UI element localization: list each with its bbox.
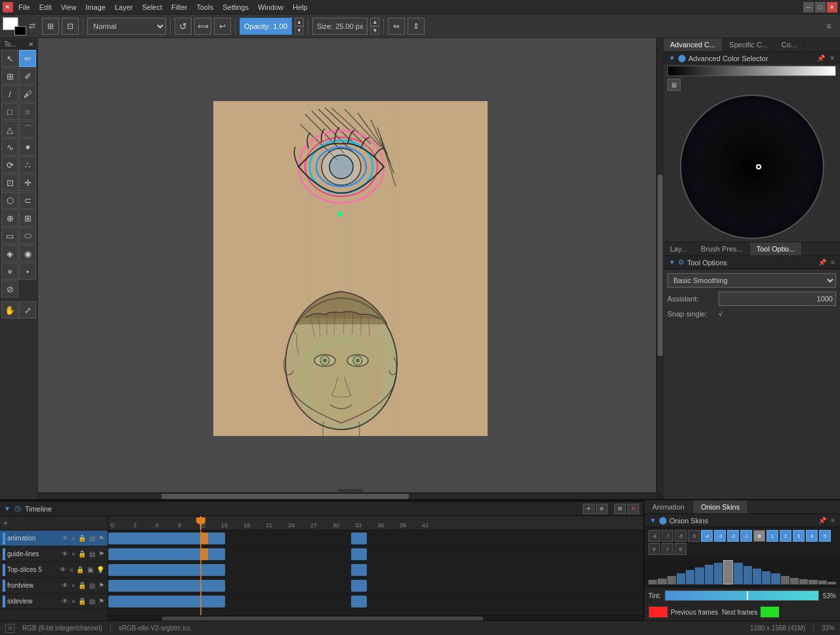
onion-frame-btn--8[interactable]: -8: [648, 530, 660, 542]
assistant-input[interactable]: [719, 292, 836, 306]
color-tab-3[interactable]: Co...: [775, 38, 804, 51]
onion-frame-btn--4[interactable]: -4: [701, 530, 713, 542]
brush-presets-tab[interactable]: Brush Pres...: [694, 242, 750, 255]
grid-tool-btn[interactable]: ⊞: [19, 209, 36, 227]
reset-btn[interactable]: ↺: [175, 18, 192, 35]
layer-alpha-icon-4[interactable]: α: [71, 582, 75, 589]
onion-frame-btn-7[interactable]: 7: [662, 543, 673, 555]
window-maximize-btn[interactable]: □: [815, 2, 826, 12]
track-frontview[interactable]: [108, 578, 643, 594]
rectangle-tool-btn[interactable]: □: [1, 103, 18, 120]
onion-frame-btn-5[interactable]: 5: [819, 530, 831, 542]
flip-h-btn[interactable]: ⇔: [388, 18, 405, 35]
timeline-collapse-icon[interactable]: ▼: [4, 505, 10, 512]
layer-row-frontview[interactable]: frontview 👁 α 🔒 ▤ ⚑: [0, 578, 108, 594]
layer-alpha-icon-3[interactable]: α: [69, 566, 74, 573]
color-grid-btn[interactable]: ⊞: [667, 79, 681, 91]
layer-eye-icon-4[interactable]: 👁: [61, 581, 69, 590]
onion-frame-btn-1[interactable]: 1: [766, 530, 778, 542]
onion-frame-btn--6[interactable]: -6: [675, 530, 686, 542]
wand-tool-btn[interactable]: ⋄: [1, 263, 18, 280]
similar-select-tool-btn[interactable]: ◉: [19, 245, 36, 262]
timeline-float-btn[interactable]: ⧉: [614, 504, 626, 514]
toolbar-mode-icon1[interactable]: ⊞: [42, 18, 59, 35]
onion-frame-btn-2[interactable]: 2: [780, 530, 791, 542]
wrap-tool-btn[interactable]: ⟳: [1, 156, 18, 173]
menu-select[interactable]: Select: [138, 2, 166, 12]
add-layer-icon[interactable]: +: [3, 518, 9, 529]
canvas-document[interactable]: [213, 101, 488, 436]
undo-btn[interactable]: ↩: [214, 18, 231, 35]
timeline-close-btn[interactable]: ✕: [627, 504, 639, 514]
onion-frame-btn-6[interactable]: 6: [648, 543, 660, 555]
layer-lock-icon-4[interactable]: 🔒: [77, 581, 87, 590]
menu-settings[interactable]: Settings: [219, 2, 253, 12]
specific-color-tab[interactable]: Specific C...: [723, 38, 775, 51]
freeselect-tool-btn[interactable]: ⌒: [19, 121, 36, 138]
onion-frame-btn-0[interactable]: 0: [753, 530, 765, 542]
move-tool-btn[interactable]: ✛: [19, 174, 36, 191]
foreground-color-swatch[interactable]: [3, 17, 26, 35]
advanced-color-tab[interactable]: Advanced C...: [663, 38, 723, 51]
canvas-scrollbar-v[interactable]: [656, 38, 663, 493]
transform-tool-btn[interactable]: ⊞: [1, 68, 18, 85]
pencil-tool-btn[interactable]: ✐: [19, 68, 36, 85]
colorpick-tool-btn[interactable]: 🖋: [19, 85, 36, 102]
onion-expand-btn[interactable]: ≡: [831, 517, 835, 524]
frame-tool-btn[interactable]: ⤢: [19, 301, 36, 318]
menu-image[interactable]: Image: [81, 2, 110, 12]
layers-tab[interactable]: Lay...: [663, 242, 694, 255]
menu-window[interactable]: Window: [254, 2, 287, 12]
zoom-tool-btn[interactable]: ⊕: [1, 209, 18, 227]
layer-alpha-icon-5[interactable]: α: [71, 598, 75, 605]
rect-select-tool-btn[interactable]: ▭: [1, 227, 18, 244]
opacity-control[interactable]: Opacity: 1.00: [240, 18, 292, 35]
freehand-tool-btn[interactable]: ✏: [19, 50, 36, 67]
onion-frame-btn--3[interactable]: -3: [714, 530, 726, 542]
settings-end-btn[interactable]: ≡: [820, 18, 837, 35]
pan-tool-btn[interactable]: ✋: [1, 301, 18, 318]
onion-tint-bar[interactable]: [665, 590, 819, 601]
menu-layer[interactable]: Layer: [111, 2, 137, 12]
track-top-slices[interactable]: [108, 562, 643, 578]
onion-frame-btn--2[interactable]: -2: [727, 530, 739, 542]
layer-lock-icon-3[interactable]: 🔒: [75, 565, 85, 574]
window-minimize-btn[interactable]: ─: [803, 2, 814, 12]
layer-row-guide-lines[interactable]: guide-lines 👁 α 🔒 ▤ ⚑: [0, 546, 108, 562]
layer-lock-icon[interactable]: 🔒: [77, 534, 87, 542]
menu-file[interactable]: File: [14, 2, 34, 12]
color-selector-pin-btn[interactable]: 📌: [815, 54, 827, 62]
layer-alpha-icon[interactable]: α: [71, 535, 75, 542]
track-guide-lines[interactable]: [108, 546, 643, 562]
layer-lock-icon-5[interactable]: 🔒: [77, 597, 87, 605]
toolbar-mode-icon2[interactable]: ⊡: [62, 18, 79, 35]
color-gradient-bar[interactable]: [667, 66, 836, 76]
menu-view[interactable]: View: [57, 2, 81, 12]
tool-options-collapse-icon[interactable]: ▼: [669, 259, 675, 266]
menu-edit[interactable]: Edit: [35, 2, 56, 12]
cursor-tool-btn[interactable]: ↖: [1, 50, 18, 67]
canvas-resize-handle[interactable]: ⋯: [337, 489, 364, 493]
onion-frame-btn--7[interactable]: -7: [662, 530, 673, 542]
mirror-h-btn[interactable]: ⟺: [194, 18, 211, 35]
onion-frame-btn-3[interactable]: 3: [793, 530, 805, 542]
onion-frame-btn-4[interactable]: 4: [806, 530, 818, 542]
onion-collapse-icon[interactable]: ▼: [650, 517, 656, 524]
toolbox-close-icon[interactable]: ✕: [28, 41, 33, 48]
layer-row-sideview[interactable]: sideview 👁 α 🔒 ▤ ⚑: [0, 594, 108, 609]
layer-alpha-icon-2[interactable]: α: [71, 550, 75, 558]
size-control[interactable]: Size: 25.00 px: [312, 18, 368, 35]
layer-row-animation[interactable]: animation 👁 α 🔒 ▤ ⚑: [0, 531, 108, 546]
window-close-btn[interactable]: ✕: [827, 2, 837, 12]
layer-lock-icon-2[interactable]: 🔒: [77, 550, 87, 558]
ellipse-tool-btn[interactable]: ○: [19, 103, 36, 120]
smart-patch-btn[interactable]: ⊘: [1, 280, 18, 297]
menu-tools[interactable]: Tools: [193, 2, 218, 12]
bezier-tool-btn[interactable]: ∿: [1, 139, 18, 156]
contig-select-tool-btn[interactable]: ◈: [1, 245, 18, 262]
timeline-add-frame-btn[interactable]: +: [583, 504, 595, 514]
polygon-tool-btn[interactable]: △: [1, 121, 18, 138]
opacity-stepper[interactable]: ▲ ▼: [295, 18, 304, 35]
contour-select-tool-btn[interactable]: ⋆: [19, 263, 36, 280]
swap-colors-btn[interactable]: ⇄: [29, 21, 39, 32]
